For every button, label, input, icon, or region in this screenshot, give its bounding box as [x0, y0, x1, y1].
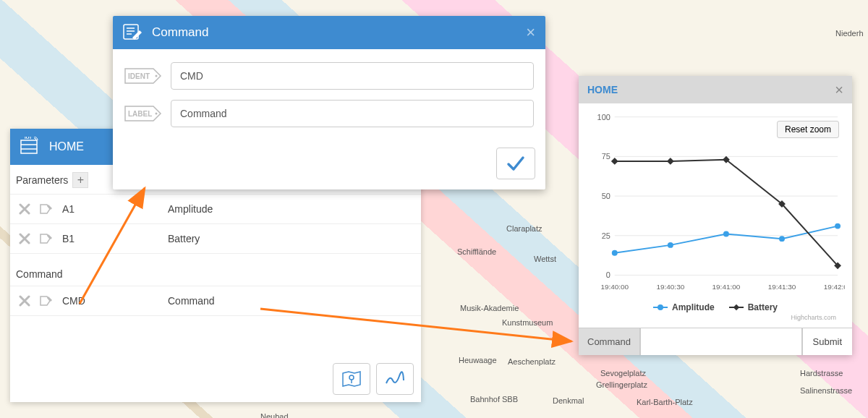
map-label: Hardstrasse	[800, 369, 843, 378]
parameter-row: A1 Amplitude	[10, 195, 421, 224]
svg-rect-33	[611, 158, 618, 165]
svg-text:IDENT: IDENT	[128, 72, 150, 80]
command-code: CMD	[59, 295, 168, 307]
parameter-label: Battery	[168, 233, 415, 244]
svg-point-39	[658, 304, 663, 310]
svg-point-9	[156, 75, 158, 77]
map-label: Niederh	[835, 29, 864, 38]
map-label: Kunstmuseum	[502, 318, 553, 327]
delete-button[interactable]	[16, 292, 33, 310]
svg-text:19:42:00: 19:42:00	[824, 283, 845, 291]
map-label: Karl-Barth-Platz	[637, 398, 693, 406]
svg-text:75: 75	[602, 152, 610, 161]
delete-button[interactable]	[16, 230, 33, 247]
map-label: Sevogelplatz	[600, 369, 646, 378]
svg-point-11	[156, 113, 158, 115]
svg-text:LABEL: LABEL	[128, 110, 152, 118]
chart-close-button[interactable]: ×	[835, 82, 843, 98]
close-icon	[19, 233, 30, 244]
tag-edit-icon	[40, 295, 53, 307]
close-icon	[19, 203, 30, 215]
map-label: Aeschenplatz	[508, 357, 556, 366]
label-label-icon: LABEL	[124, 106, 165, 121]
command-label: Command	[168, 295, 415, 307]
svg-text:50: 50	[602, 192, 610, 200]
svg-point-30	[723, 231, 729, 237]
chart-legend: Amplitude Battery	[586, 299, 845, 312]
chart-credits: Highcharts.com	[586, 312, 845, 324]
parameter-row: B1 Battery	[10, 224, 421, 254]
svg-point-28	[612, 250, 618, 256]
svg-point-31	[779, 236, 785, 242]
dialog-close-button[interactable]: ×	[526, 23, 535, 42]
chart-view-button[interactable]	[376, 363, 414, 395]
chart-panel-title: HOME	[587, 84, 618, 95]
svg-text:19:40:30: 19:40:30	[657, 283, 685, 291]
map-label: Neubad	[260, 412, 289, 418]
map-label: Denkmal	[553, 396, 584, 405]
map-pin-icon	[341, 370, 362, 388]
map-label: Claraplatz	[506, 224, 542, 233]
parameters-section-label: Parameters	[16, 174, 68, 186]
form-edit-icon	[123, 24, 143, 41]
chart-panel: HOME × Reset zoom 025507510019:40:0019:4…	[579, 76, 852, 355]
map-label: Musik-Akademie	[460, 304, 519, 312]
parameter-code: A1	[59, 203, 168, 215]
command-dialog-title: Command	[152, 25, 208, 40]
chart-command-label: Command	[579, 328, 640, 355]
chart-panel-header: HOME ×	[579, 76, 852, 103]
map-view-button[interactable]	[333, 363, 370, 395]
edit-button[interactable]	[38, 230, 55, 247]
map-label: Heuwaage	[459, 356, 497, 364]
legend-amplitude-label: Amplitude	[672, 302, 715, 312]
legend-battery-label: Battery	[748, 302, 778, 312]
home-panel-footer	[10, 356, 421, 402]
chart-submit-button[interactable]: Submit	[802, 328, 852, 355]
check-icon	[506, 155, 525, 172]
add-parameter-button[interactable]: +	[72, 172, 88, 188]
tag-edit-icon	[40, 233, 53, 244]
reset-zoom-button[interactable]: Reset zoom	[777, 121, 839, 138]
home-panel-title: HOME	[49, 140, 84, 153]
edit-button[interactable]	[38, 292, 55, 310]
svg-point-32	[835, 223, 841, 229]
svg-rect-41	[733, 304, 739, 310]
svg-text:0: 0	[606, 270, 610, 279]
map-label: Salinenstrasse	[800, 386, 852, 395]
chart-area[interactable]: Reset zoom 025507510019:40:0019:40:3019:…	[579, 103, 852, 328]
map-label: Bahnhof SBB	[470, 395, 518, 404]
parameter-label: Amplitude	[168, 203, 415, 215]
svg-rect-0	[21, 140, 37, 153]
command-dialog: Command × IDENT LABEL	[113, 16, 545, 189]
svg-point-29	[668, 242, 673, 248]
svg-text:100: 100	[597, 113, 610, 121]
label-input[interactable]	[171, 100, 534, 127]
command-row: CMD Command	[10, 286, 421, 316]
ident-input[interactable]	[171, 62, 534, 90]
command-dialog-header: Command ×	[113, 16, 545, 49]
line-chart-icon	[385, 370, 405, 388]
tag-edit-icon	[40, 203, 53, 215]
map-label: Wettst	[534, 255, 556, 263]
legend-amplitude[interactable]: Amplitude	[653, 302, 715, 312]
edit-button[interactable]	[38, 200, 55, 218]
svg-text:19:41:30: 19:41:30	[768, 283, 796, 291]
command-section-header: Command	[10, 261, 421, 286]
chart-command-bar: Command Submit	[579, 328, 852, 355]
parameter-code: B1	[59, 233, 168, 244]
confirm-button[interactable]	[496, 148, 535, 179]
chart-command-input[interactable]	[640, 328, 802, 355]
ident-label-icon: IDENT	[124, 68, 165, 84]
map-label: Schifflände	[457, 247, 496, 256]
legend-battery[interactable]: Battery	[729, 302, 778, 312]
command-section-label: Command	[16, 268, 63, 280]
svg-text:25: 25	[602, 231, 610, 240]
svg-point-4	[349, 375, 354, 380]
delete-button[interactable]	[16, 200, 33, 218]
close-icon	[19, 295, 30, 307]
map-label: Grellingerplatz	[596, 380, 647, 389]
svg-text:19:41:00: 19:41:00	[712, 283, 741, 291]
svg-text:19:40:00: 19:40:00	[600, 283, 629, 291]
svg-text:IOT: IOT	[25, 137, 32, 140]
svg-rect-34	[667, 158, 674, 165]
